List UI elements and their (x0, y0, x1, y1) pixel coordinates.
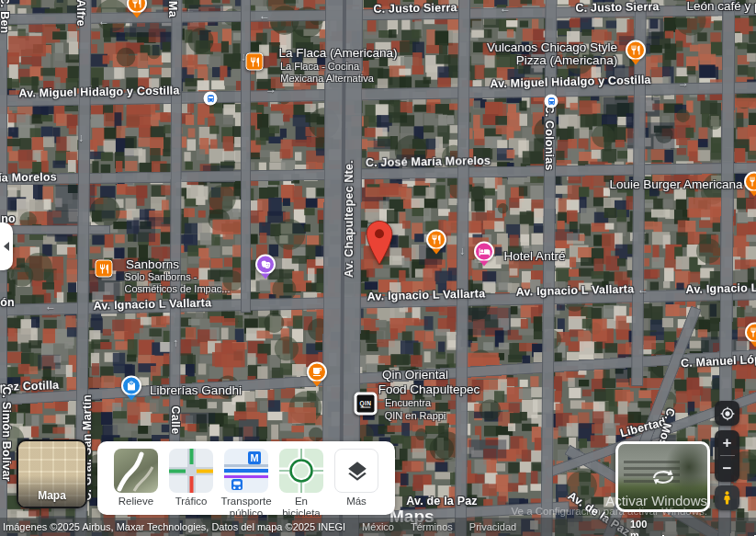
one-way-arrow-icon: → (678, 76, 689, 89)
poi-label: León café y p (686, 0, 756, 13)
street-label: Av. de la Paz (406, 495, 478, 507)
map-canvas[interactable]: ←←←←→→←←↓↓↑↓C. Justo SierraC. Justo Sier… (0, 0, 756, 536)
restaurant-ad-marker[interactable] (246, 53, 264, 71)
one-way-arrow-icon: ← (500, 2, 511, 15)
poi-marker-tail (480, 261, 489, 267)
street-label: C. Ben (0, 0, 11, 33)
traffic-icon (169, 449, 213, 493)
side-panel-collapse-button[interactable] (0, 222, 13, 270)
rotate-view-icon (649, 466, 677, 488)
street-label: ón (0, 296, 15, 309)
destination-pin[interactable] (364, 220, 395, 269)
street-label: Calle (169, 406, 182, 435)
restaurant-marker[interactable] (127, 0, 147, 18)
street-label: C. Justo Sierra (373, 1, 457, 16)
restaurant-marker[interactable] (745, 323, 756, 348)
layer-option-relieve[interactable]: Relieve (110, 449, 162, 507)
poi-marker-tail (132, 13, 141, 18)
red-pin-icon (364, 220, 395, 266)
layer-label: En bicicleta (276, 496, 327, 519)
one-way-arrow-icon: ← (259, 9, 270, 22)
street (0, 225, 110, 234)
poi-marker-tail (432, 249, 441, 255)
layer-label: Tráfico (175, 496, 208, 507)
layer-option-trafico[interactable]: Tráfico (165, 449, 217, 507)
attribution-link-terminos[interactable]: Términos (411, 521, 453, 532)
poi-label: La Flaca - Cocina (280, 61, 359, 72)
poi-label: Cosméticos de Impac... (125, 283, 231, 294)
pegman-icon (719, 490, 735, 506)
poi-label: Solo Sanborns - (125, 271, 197, 282)
restaurant-marker[interactable] (626, 40, 646, 65)
layer-label: Más (346, 496, 367, 507)
restaurant-marker[interactable] (426, 230, 446, 255)
poi-label: Louie Burger Americana (610, 177, 743, 191)
map-type-button[interactable]: Mapa (17, 439, 87, 508)
poi-marker-circle (626, 40, 646, 61)
layer-option-en-bicicleta[interactable]: En bicicleta (276, 449, 327, 519)
street-view-preview[interactable] (615, 441, 710, 512)
layer-label: Transporte público (220, 496, 272, 519)
poi-marker-circle (426, 230, 446, 250)
transit-icon: M (224, 449, 268, 493)
layer-option-mas[interactable]: Más (331, 449, 382, 507)
poi-marker-tail (631, 60, 640, 65)
my-location-button[interactable] (715, 401, 739, 426)
one-way-arrow-icon: ← (98, 15, 109, 28)
attraction-marker[interactable] (255, 255, 276, 279)
one-way-arrow-icon: ↓ (78, 131, 84, 144)
layer-label: Relieve (118, 496, 153, 507)
one-way-arrow-icon: ← (638, 283, 649, 296)
attribution-link-privacidad[interactable]: Privacidad (469, 521, 516, 532)
attribution-link-mexico[interactable]: México (362, 521, 394, 532)
zoom-in-button[interactable]: + (715, 430, 739, 455)
svg-text:M: M (250, 452, 258, 463)
one-way-arrow-icon: ↑ (173, 336, 178, 349)
one-way-arrow-icon: ↓ (459, 245, 465, 257)
poi-label: Librerías Gandhi (150, 383, 242, 397)
terrain-icon (114, 449, 158, 493)
poi-label: La Flaca (Americana) (278, 46, 397, 60)
poi-marker-circle (745, 323, 756, 343)
poi-marker-circle (127, 0, 147, 14)
street-label: Av. Chapultepec Nte. (343, 160, 355, 278)
poi-label: Food Chapultepec (378, 382, 480, 396)
poi-marker-circle (474, 242, 494, 262)
poi-label: Vulcanos Chicago Style (487, 40, 617, 54)
poi-marker-circle (307, 362, 327, 382)
map-type-label: Mapa (18, 489, 85, 502)
layer-option-transporte-publico[interactable]: M Transporte público (220, 449, 272, 519)
transit-stop-marker[interactable] (545, 95, 559, 108)
cycling-icon (279, 449, 323, 493)
restaurant-ad-marker[interactable] (96, 260, 113, 278)
qin-restaurant-marker[interactable]: QIN (355, 393, 378, 416)
restaurant-marker[interactable] (744, 172, 756, 197)
transit-stop-icon (204, 92, 218, 106)
cafe-marker[interactable] (307, 362, 327, 387)
transit-stop-marker[interactable] (204, 92, 218, 106)
street-label: Av. Ignacio L (685, 281, 756, 296)
scale-bar: 100 m (630, 519, 756, 536)
street-label: C. José María Morelos (366, 154, 491, 169)
poi-marker-tail (312, 382, 322, 387)
layers-panel: Relieve Tráfico M Transporte público En … (97, 441, 395, 515)
poi-label: Hotel Antré (504, 249, 566, 263)
poi-marker-tail (127, 395, 136, 401)
zoom-control: + − (715, 430, 739, 482)
poi-label: Encuentra (385, 397, 431, 408)
pegman-button[interactable] (715, 485, 739, 510)
poi-marker-tail (750, 342, 756, 348)
street-label: C. Colonias (543, 106, 556, 171)
poi-marker-tail (261, 274, 270, 279)
poi-marker-circle (744, 172, 756, 192)
qin-logo: QIN (355, 393, 378, 416)
zoom-out-button[interactable]: − (715, 456, 739, 481)
poi-label: Pizza (Americana) (516, 53, 617, 67)
street-label: C. Simón Bolívar (0, 386, 13, 481)
one-way-arrow-icon: → (265, 83, 276, 96)
poi-label: Sanborns (126, 257, 179, 271)
hotel-marker[interactable] (474, 242, 494, 267)
shopping-marker[interactable] (121, 376, 141, 401)
poi-marker-square (96, 260, 113, 278)
poi-marker-tail (750, 191, 756, 197)
